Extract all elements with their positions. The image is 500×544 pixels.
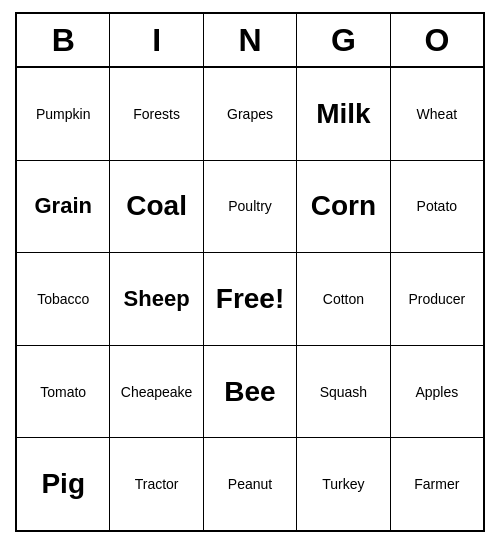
- bingo-row-2: TobaccoSheepFree!CottonProducer: [17, 253, 483, 346]
- header-letter-o: O: [391, 14, 483, 66]
- bingo-cell-2-0: Tobacco: [17, 253, 110, 345]
- bingo-row-0: PumpkinForestsGrapesMilkWheat: [17, 68, 483, 161]
- bingo-header: BINGO: [17, 14, 483, 68]
- header-letter-i: I: [110, 14, 203, 66]
- bingo-cell-2-1: Sheep: [110, 253, 203, 345]
- bingo-cell-0-4: Wheat: [391, 68, 483, 160]
- header-letter-n: N: [204, 14, 297, 66]
- bingo-cell-4-0: Pig: [17, 438, 110, 530]
- bingo-cell-4-3: Turkey: [297, 438, 390, 530]
- header-letter-g: G: [297, 14, 390, 66]
- bingo-cell-1-1: Coal: [110, 161, 203, 253]
- bingo-cell-0-1: Forests: [110, 68, 203, 160]
- bingo-row-1: GrainCoalPoultryCornPotato: [17, 161, 483, 254]
- bingo-cell-2-3: Cotton: [297, 253, 390, 345]
- bingo-cell-4-4: Farmer: [391, 438, 483, 530]
- bingo-cell-3-4: Apples: [391, 346, 483, 438]
- bingo-cell-3-2: Bee: [204, 346, 297, 438]
- bingo-cell-2-4: Producer: [391, 253, 483, 345]
- bingo-cell-3-3: Squash: [297, 346, 390, 438]
- bingo-cell-2-2: Free!: [204, 253, 297, 345]
- bingo-cell-1-2: Poultry: [204, 161, 297, 253]
- bingo-cell-3-0: Tomato: [17, 346, 110, 438]
- bingo-cell-0-2: Grapes: [204, 68, 297, 160]
- bingo-cell-0-0: Pumpkin: [17, 68, 110, 160]
- bingo-cell-1-0: Grain: [17, 161, 110, 253]
- bingo-cell-4-2: Peanut: [204, 438, 297, 530]
- bingo-body: PumpkinForestsGrapesMilkWheatGrainCoalPo…: [17, 68, 483, 530]
- bingo-row-4: PigTractorPeanutTurkeyFarmer: [17, 438, 483, 530]
- bingo-card: BINGO PumpkinForestsGrapesMilkWheatGrain…: [15, 12, 485, 532]
- bingo-row-3: TomatoCheapeakeBeeSquashApples: [17, 346, 483, 439]
- bingo-cell-1-4: Potato: [391, 161, 483, 253]
- bingo-cell-4-1: Tractor: [110, 438, 203, 530]
- header-letter-b: B: [17, 14, 110, 66]
- bingo-cell-3-1: Cheapeake: [110, 346, 203, 438]
- bingo-cell-1-3: Corn: [297, 161, 390, 253]
- bingo-cell-0-3: Milk: [297, 68, 390, 160]
